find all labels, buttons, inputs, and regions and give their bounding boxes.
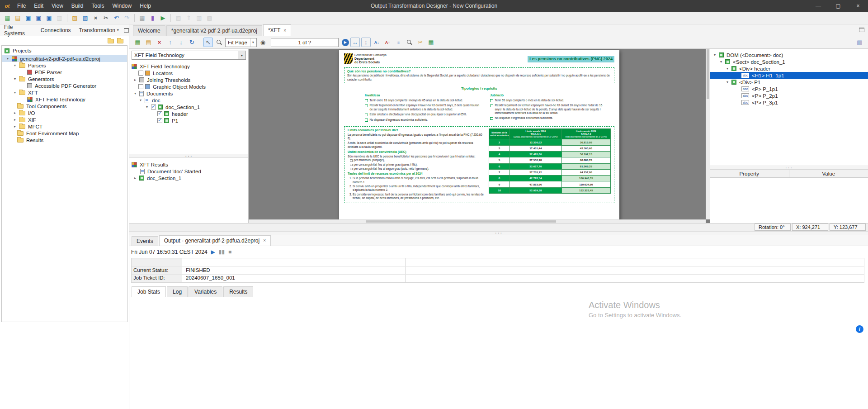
tree-item-tool-components[interactable]: Tool Components <box>2 103 127 109</box>
dom-item-div-header[interactable]: <Div> header <box>710 65 868 72</box>
debug-icon[interactable]: ▮ <box>148 13 157 23</box>
tab-connections[interactable]: Connections <box>37 24 75 36</box>
tree-item-generators[interactable]: Generators <box>2 76 127 82</box>
panel-splitter[interactable] <box>710 166 868 170</box>
pause-icon[interactable]: ▮▮ <box>219 249 225 255</box>
add-page-icon[interactable]: ▦ <box>133 38 142 47</box>
property-column-header[interactable]: Property <box>710 170 789 177</box>
vertical-scrollbar[interactable] <box>706 49 710 219</box>
document-preview[interactable]: Generalitat de Catalunya Departament de … <box>249 49 710 223</box>
undo-icon[interactable]: ↶ <box>112 13 121 23</box>
expander-icon[interactable] <box>13 111 17 115</box>
invalidesa-column[interactable]: Invalidesa Tenir entre 18 anys complerts… <box>365 92 482 123</box>
menu-window[interactable]: Window <box>108 0 136 12</box>
sort-ascending-icon[interactable]: A↓ <box>372 38 382 47</box>
tab-output[interactable]: Output - generalitat-pdf-2-pdfua.d2eproj… <box>159 235 271 246</box>
export-icon[interactable]: ⇑ <box>184 13 193 23</box>
tree-item-xft[interactable]: XFT <box>2 89 127 96</box>
header-checkbox[interactable] <box>157 111 162 116</box>
limits-box[interactable]: Límits econòmics per tenir-hi dret La pe… <box>344 126 614 203</box>
expander-icon[interactable] <box>719 60 723 64</box>
tab-xft[interactable]: *XFT × <box>263 24 291 36</box>
refresh-projects-icon[interactable] <box>117 39 123 43</box>
expander-icon[interactable] <box>133 78 137 82</box>
tab-welcome[interactable]: Welcome <box>133 25 165 36</box>
search-icon[interactable] <box>405 38 414 47</box>
table-view-icon[interactable]: ▦ <box>426 38 436 47</box>
image-export-icon[interactable]: ▨ <box>174 13 183 23</box>
tab-events[interactable]: Events <box>132 236 158 246</box>
pdf-page[interactable]: Generalitat de Catalunya Departament de … <box>339 50 619 223</box>
dom-item-p1p1[interactable]: <P> P_1p1 <box>710 86 868 92</box>
fit-height-icon[interactable]: ↕ <box>361 38 371 47</box>
doc-header[interactable]: Generalitat de Catalunya Departament de … <box>344 53 614 64</box>
menu-view[interactable]: View <box>47 0 67 12</box>
dom-item-p2p1[interactable]: <P> P_2p1 <box>710 92 868 99</box>
close-icon[interactable]: × <box>848 0 868 12</box>
graphic-object-models-checkbox[interactable] <box>138 84 143 89</box>
tree-item-font-environment-map[interactable]: Font Environment Map <box>2 130 127 137</box>
delete-icon[interactable]: × <box>91 13 100 23</box>
dom-item-sect[interactable]: <Sect> doc_Section_1 <box>710 58 868 65</box>
expander-icon[interactable] <box>133 92 137 95</box>
save-as-icon[interactable]: ▣ <box>44 13 54 23</box>
reading-order-icon[interactable]: ≡ <box>394 38 403 47</box>
delete-element-icon[interactable]: × <box>155 38 164 47</box>
fit-width-icon[interactable]: ↔ <box>350 38 360 47</box>
results-item-section[interactable]: doc_Section_1 <box>129 175 248 181</box>
notification-icon[interactable]: i <box>856 325 863 333</box>
expander-icon[interactable] <box>13 64 17 67</box>
locators-checkbox[interactable] <box>138 71 143 76</box>
close-tab-icon[interactable]: × <box>263 238 266 243</box>
tab-results[interactable]: Results <box>223 286 253 297</box>
expander-icon[interactable] <box>133 176 137 180</box>
typologies-heading[interactable]: Tipologies i requisits <box>344 86 614 91</box>
cut-region-icon[interactable]: ✂ <box>415 38 425 47</box>
tree-item-mfct[interactable]: MFCT <box>2 123 127 130</box>
maximize-editor-icon[interactable] <box>859 28 864 32</box>
expander-icon[interactable] <box>13 118 17 122</box>
dom-item-h1-selected[interactable]: <H1> H1_1p1 <box>710 72 868 79</box>
doc-title-highlighted[interactable]: Les pensions no contributives (PNC) 2024 <box>528 56 614 62</box>
xft-item-joining-thresholds[interactable]: Joining Thresholds <box>129 76 248 83</box>
menu-file[interactable]: File <box>13 0 30 12</box>
expander-icon[interactable] <box>13 77 17 81</box>
scrollbar-thumb[interactable] <box>366 220 556 223</box>
print-icon[interactable]: ▥ <box>194 13 204 23</box>
intro-box[interactable]: Què són les pensions no contributives? S… <box>344 67 614 83</box>
snapshot-icon[interactable]: ◉ <box>258 38 268 47</box>
xft-item-graphic-object-models[interactable]: Graphic Object Models <box>129 83 248 90</box>
expander-icon[interactable] <box>145 105 149 109</box>
import-icon[interactable]: ▥ <box>55 13 64 23</box>
menu-edit[interactable]: Edit <box>30 0 47 12</box>
tree-item-io[interactable]: I/O <box>2 109 127 116</box>
xft-root-item[interactable]: XFT Field Technology <box>129 63 248 70</box>
xft-item-header[interactable]: header <box>129 110 248 117</box>
refresh-icon[interactable]: ↻ <box>187 38 197 47</box>
open-icon[interactable]: ▤ <box>13 13 23 23</box>
tab-job-stats[interactable]: Job Stats <box>132 286 166 297</box>
expander-icon[interactable] <box>725 67 730 71</box>
maximize-icon[interactable]: ▢ <box>828 0 848 12</box>
horizontal-scrollbar[interactable] <box>249 219 706 223</box>
expander-icon[interactable] <box>725 81 730 84</box>
expander-icon[interactable] <box>5 57 10 61</box>
add-note-icon[interactable]: ▤ <box>144 38 153 47</box>
menu-build[interactable]: Build <box>67 0 88 12</box>
tree-item-project[interactable]: generalitat-v2-pdf-2-pdf-ua.d2eproj <box>2 55 127 62</box>
expander-icon[interactable] <box>13 91 17 95</box>
sort-descending-icon[interactable]: A↑ <box>383 38 392 47</box>
side-panel-toggle-icon[interactable]: ▥ <box>855 38 864 47</box>
results-root-item[interactable]: XFT Results <box>129 161 248 168</box>
panel-splitter[interactable] <box>129 154 248 158</box>
close-tab-icon[interactable]: × <box>283 28 286 33</box>
xft-technology-select[interactable]: XFT Field Technology <box>132 51 238 60</box>
xft-item-locators[interactable]: Locators <box>129 70 248 76</box>
menu-tools[interactable]: Tools <box>88 0 108 12</box>
results-item-doc-started[interactable]: Document 'doc' Started <box>129 168 248 175</box>
dom-item-div-p1[interactable]: <Div> P1 <box>710 79 868 86</box>
xft-item-doc[interactable]: doc <box>129 97 248 104</box>
combo-caret-icon[interactable]: ▾ <box>238 51 246 60</box>
expander-icon[interactable] <box>138 99 143 102</box>
scrollbar-thumb[interactable] <box>707 49 709 99</box>
